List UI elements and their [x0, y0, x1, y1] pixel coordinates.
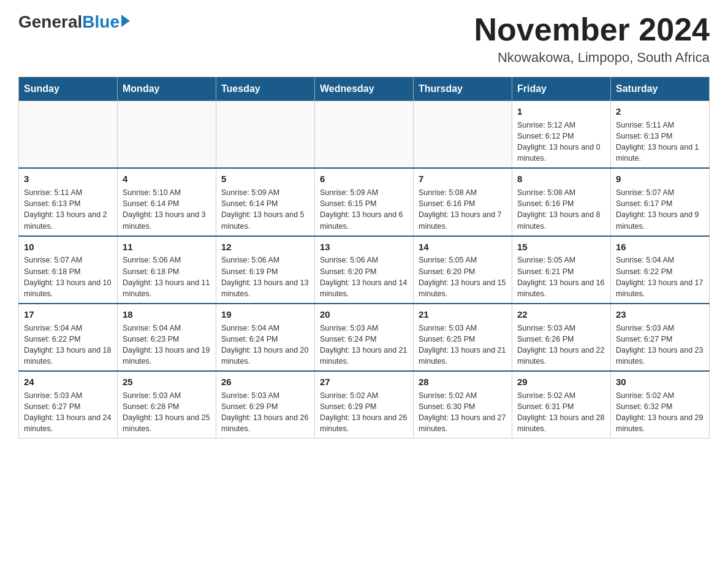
calendar-cell: 11Sunrise: 5:06 AMSunset: 6:18 PMDayligh…: [118, 236, 216, 304]
day-info: Sunrise: 5:04 AMSunset: 6:22 PMDaylight:…: [616, 255, 704, 299]
day-info: Sunrise: 5:04 AMSunset: 6:22 PMDaylight:…: [24, 323, 112, 367]
calendar-cell: 8Sunrise: 5:08 AMSunset: 6:16 PMDaylight…: [512, 168, 611, 236]
day-info: Sunrise: 5:08 AMSunset: 6:16 PMDaylight:…: [419, 187, 507, 232]
day-number: 29: [517, 375, 605, 389]
calendar-cell: 13Sunrise: 5:06 AMSunset: 6:20 PMDayligh…: [315, 236, 414, 304]
day-number: 8: [517, 172, 605, 186]
day-info: Sunrise: 5:03 AMSunset: 6:26 PMDaylight:…: [517, 323, 605, 367]
calendar-header-row: SundayMondayTuesdayWednesdayThursdayFrid…: [19, 77, 710, 101]
calendar-cell: 22Sunrise: 5:03 AMSunset: 6:26 PMDayligh…: [512, 304, 611, 371]
month-title: November 2024: [474, 12, 710, 47]
calendar-cell: 3Sunrise: 5:11 AMSunset: 6:13 PMDaylight…: [19, 168, 118, 236]
calendar-cell: 29Sunrise: 5:02 AMSunset: 6:31 PMDayligh…: [512, 371, 611, 439]
day-of-week-header: Sunday: [19, 77, 118, 101]
day-of-week-header: Saturday: [611, 77, 710, 101]
calendar-cell: [19, 101, 118, 169]
location-subtitle: Nkowakowa, Limpopo, South Africa: [474, 50, 710, 66]
day-number: 21: [419, 308, 507, 321]
day-info: Sunrise: 5:03 AMSunset: 6:25 PMDaylight:…: [419, 323, 507, 367]
day-number: 7: [419, 172, 507, 186]
day-info: Sunrise: 5:12 AMSunset: 6:12 PMDaylight:…: [517, 120, 605, 164]
day-number: 10: [24, 240, 112, 254]
calendar-cell: [216, 101, 315, 169]
day-number: 1: [517, 105, 605, 118]
day-number: 16: [616, 240, 704, 254]
logo-general-text: General: [18, 12, 82, 32]
day-number: 22: [517, 308, 605, 321]
day-info: Sunrise: 5:02 AMSunset: 6:32 PMDaylight:…: [616, 390, 704, 435]
calendar-cell: 10Sunrise: 5:07 AMSunset: 6:18 PMDayligh…: [19, 236, 118, 304]
day-info: Sunrise: 5:04 AMSunset: 6:23 PMDaylight:…: [123, 323, 211, 367]
page-header: General Blue November 2024 Nkowakowa, Li…: [18, 12, 710, 66]
calendar-cell: 16Sunrise: 5:04 AMSunset: 6:22 PMDayligh…: [611, 236, 710, 304]
day-info: Sunrise: 5:03 AMSunset: 6:27 PMDaylight:…: [616, 323, 704, 367]
calendar-cell: 9Sunrise: 5:07 AMSunset: 6:17 PMDaylight…: [611, 168, 710, 236]
calendar-cell: 28Sunrise: 5:02 AMSunset: 6:30 PMDayligh…: [414, 371, 512, 439]
day-info: Sunrise: 5:09 AMSunset: 6:15 PMDaylight:…: [320, 187, 408, 232]
day-info: Sunrise: 5:03 AMSunset: 6:24 PMDaylight:…: [320, 323, 408, 367]
calendar-week-row: 1Sunrise: 5:12 AMSunset: 6:12 PMDaylight…: [19, 101, 710, 169]
day-info: Sunrise: 5:05 AMSunset: 6:20 PMDaylight:…: [419, 255, 507, 299]
day-info: Sunrise: 5:05 AMSunset: 6:21 PMDaylight:…: [517, 255, 605, 299]
day-number: 3: [24, 172, 112, 186]
calendar-cell: 1Sunrise: 5:12 AMSunset: 6:12 PMDaylight…: [512, 101, 611, 169]
day-of-week-header: Friday: [512, 77, 611, 101]
calendar-cell: 20Sunrise: 5:03 AMSunset: 6:24 PMDayligh…: [315, 304, 414, 371]
day-number: 30: [616, 375, 704, 389]
day-info: Sunrise: 5:09 AMSunset: 6:14 PMDaylight:…: [221, 187, 309, 232]
calendar-week-row: 17Sunrise: 5:04 AMSunset: 6:22 PMDayligh…: [19, 304, 710, 371]
calendar-cell: 15Sunrise: 5:05 AMSunset: 6:21 PMDayligh…: [512, 236, 611, 304]
calendar-cell: 24Sunrise: 5:03 AMSunset: 6:27 PMDayligh…: [19, 371, 118, 439]
calendar-cell: 2Sunrise: 5:11 AMSunset: 6:13 PMDaylight…: [611, 101, 710, 169]
day-info: Sunrise: 5:03 AMSunset: 6:28 PMDaylight:…: [123, 390, 211, 435]
calendar-cell: 17Sunrise: 5:04 AMSunset: 6:22 PMDayligh…: [19, 304, 118, 371]
day-info: Sunrise: 5:11 AMSunset: 6:13 PMDaylight:…: [616, 120, 704, 164]
day-info: Sunrise: 5:02 AMSunset: 6:29 PMDaylight:…: [320, 390, 408, 435]
calendar-cell: 12Sunrise: 5:06 AMSunset: 6:19 PMDayligh…: [216, 236, 315, 304]
day-number: 15: [517, 240, 605, 254]
day-info: Sunrise: 5:03 AMSunset: 6:29 PMDaylight:…: [221, 390, 309, 435]
calendar-cell: 30Sunrise: 5:02 AMSunset: 6:32 PMDayligh…: [611, 371, 710, 439]
day-info: Sunrise: 5:07 AMSunset: 6:18 PMDaylight:…: [24, 255, 112, 299]
day-of-week-header: Wednesday: [315, 77, 414, 101]
calendar-cell: [315, 101, 414, 169]
day-info: Sunrise: 5:02 AMSunset: 6:31 PMDaylight:…: [517, 390, 605, 435]
calendar-cell: 5Sunrise: 5:09 AMSunset: 6:14 PMDaylight…: [216, 168, 315, 236]
day-number: 5: [221, 172, 309, 186]
day-info: Sunrise: 5:06 AMSunset: 6:18 PMDaylight:…: [123, 255, 211, 299]
day-info: Sunrise: 5:08 AMSunset: 6:16 PMDaylight:…: [517, 187, 605, 232]
day-info: Sunrise: 5:06 AMSunset: 6:19 PMDaylight:…: [221, 255, 309, 299]
day-number: 12: [221, 240, 309, 254]
day-info: Sunrise: 5:11 AMSunset: 6:13 PMDaylight:…: [24, 187, 112, 232]
day-number: 20: [320, 308, 408, 321]
day-number: 28: [419, 375, 507, 389]
day-info: Sunrise: 5:04 AMSunset: 6:24 PMDaylight:…: [221, 323, 309, 367]
day-number: 25: [123, 375, 211, 389]
day-number: 13: [320, 240, 408, 254]
calendar-cell: 26Sunrise: 5:03 AMSunset: 6:29 PMDayligh…: [216, 371, 315, 439]
calendar-cell: [414, 101, 512, 169]
calendar-cell: 7Sunrise: 5:08 AMSunset: 6:16 PMDaylight…: [414, 168, 512, 236]
calendar-table: SundayMondayTuesdayWednesdayThursdayFrid…: [18, 77, 710, 439]
day-number: 27: [320, 375, 408, 389]
day-info: Sunrise: 5:10 AMSunset: 6:14 PMDaylight:…: [123, 187, 211, 232]
logo-blue-container: Blue: [82, 12, 130, 32]
calendar-cell: [118, 101, 216, 169]
day-number: 23: [616, 308, 704, 321]
day-number: 6: [320, 172, 408, 186]
day-number: 18: [123, 308, 211, 321]
calendar-cell: 19Sunrise: 5:04 AMSunset: 6:24 PMDayligh…: [216, 304, 315, 371]
calendar-week-row: 3Sunrise: 5:11 AMSunset: 6:13 PMDaylight…: [19, 168, 710, 236]
logo-arrow-icon: [121, 15, 130, 27]
calendar-cell: 4Sunrise: 5:10 AMSunset: 6:14 PMDaylight…: [118, 168, 216, 236]
calendar-cell: 25Sunrise: 5:03 AMSunset: 6:28 PMDayligh…: [118, 371, 216, 439]
calendar-cell: 27Sunrise: 5:02 AMSunset: 6:29 PMDayligh…: [315, 371, 414, 439]
day-number: 2: [616, 105, 704, 118]
title-section: November 2024 Nkowakowa, Limpopo, South …: [474, 12, 710, 66]
day-number: 14: [419, 240, 507, 254]
day-number: 19: [221, 308, 309, 321]
calendar-cell: 23Sunrise: 5:03 AMSunset: 6:27 PMDayligh…: [611, 304, 710, 371]
day-number: 17: [24, 308, 112, 321]
calendar-cell: 18Sunrise: 5:04 AMSunset: 6:23 PMDayligh…: [118, 304, 216, 371]
day-number: 9: [616, 172, 704, 186]
